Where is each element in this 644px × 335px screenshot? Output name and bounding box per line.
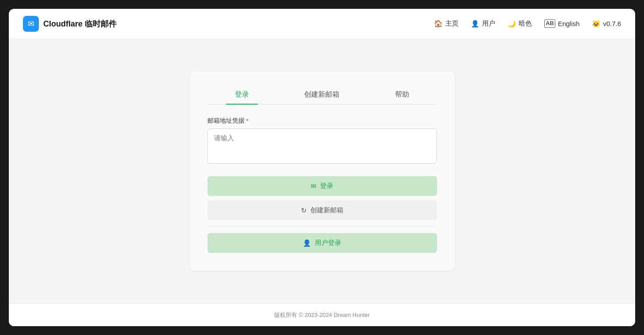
- nav-user-label: 用户: [482, 19, 495, 28]
- nav-lang[interactable]: AB English: [544, 19, 580, 28]
- footer: 版权所有 © 2023-2024 Dream Hunter: [9, 303, 635, 326]
- button-group: ✉ 登录 ↻ 创建新邮箱 👤 用户登录: [207, 176, 437, 253]
- nav-dark-label: 暗色: [519, 19, 532, 28]
- app-window: ✉ Cloudflare 临时邮件 🏠 主页 👤 用户 🌙 暗色 AB Engl…: [9, 9, 635, 326]
- user-login-icon: 👤: [303, 239, 311, 247]
- home-icon: 🏠: [434, 19, 443, 28]
- logo-icon: ✉: [23, 16, 39, 32]
- header: ✉ Cloudflare 临时邮件 🏠 主页 👤 用户 🌙 暗色 AB Engl…: [9, 9, 635, 39]
- create-refresh-icon: ↻: [301, 207, 307, 215]
- nav-home[interactable]: 🏠 主页: [434, 19, 459, 28]
- button-divider: [207, 226, 437, 227]
- credential-label: 邮箱地址凭据 *: [207, 117, 437, 125]
- lang-icon: AB: [544, 19, 555, 28]
- dark-icon: 🌙: [508, 20, 516, 28]
- app-title: Cloudflare 临时邮件: [43, 19, 117, 29]
- nav-version[interactable]: 🐱 v0.7.6: [592, 20, 621, 28]
- nav-home-label: 主页: [445, 19, 459, 28]
- logo-area: ✉ Cloudflare 临时邮件: [23, 16, 117, 32]
- login-button[interactable]: ✉ 登录: [207, 176, 437, 196]
- nav-lang-label: English: [558, 20, 580, 27]
- nav-dark[interactable]: 🌙 暗色: [508, 19, 532, 28]
- nav-version-label: v0.7.6: [603, 20, 621, 27]
- required-star: *: [246, 117, 249, 124]
- login-mail-icon: ✉: [311, 182, 316, 190]
- user-login-button[interactable]: 👤 用户登录: [207, 233, 437, 253]
- tab-help[interactable]: 帮助: [386, 86, 418, 105]
- tab-login[interactable]: 登录: [226, 86, 258, 105]
- copyright-text: 版权所有 © 2023-2024 Dream Hunter: [274, 311, 369, 319]
- user-icon: 👤: [471, 20, 479, 28]
- main-content: 登录 创建新邮箱 帮助 邮箱地址凭据 * ✉ 登录: [9, 39, 635, 303]
- tab-create-mailbox[interactable]: 创建新邮箱: [295, 86, 348, 105]
- tab-bar: 登录 创建新邮箱 帮助: [207, 86, 437, 105]
- nav-area: 🏠 主页 👤 用户 🌙 暗色 AB English 🐱 v0.7.6: [434, 19, 621, 28]
- login-card: 登录 创建新邮箱 帮助 邮箱地址凭据 * ✉ 登录: [190, 72, 455, 271]
- cat-icon: 🐱: [592, 20, 600, 28]
- create-mailbox-button[interactable]: ↻ 创建新邮箱: [207, 200, 437, 220]
- credential-input[interactable]: [207, 128, 437, 164]
- nav-user[interactable]: 👤 用户: [471, 19, 495, 28]
